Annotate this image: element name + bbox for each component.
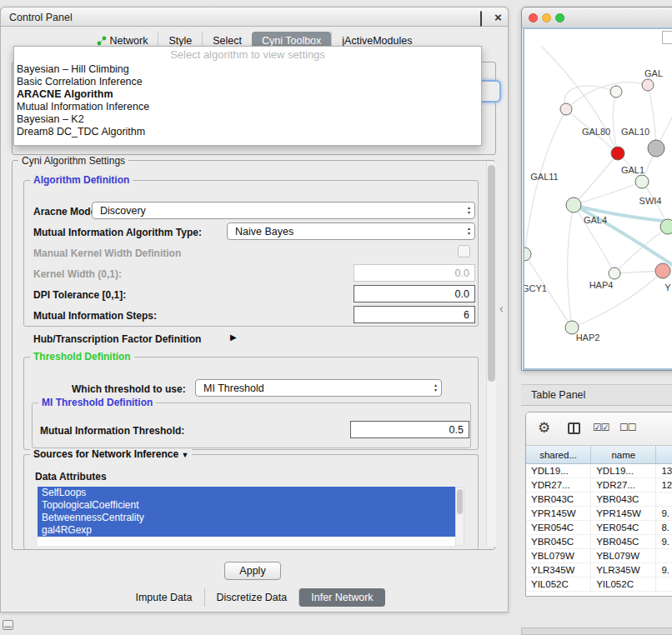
kernel-width-label: Kernel Width (0,1): (33, 268, 122, 280)
columns-icon[interactable] (568, 422, 580, 434)
sources-title[interactable]: Sources for Network Inference ▼ (30, 448, 192, 460)
attribute-list-item[interactable]: gal4RGexp (38, 524, 455, 537)
screen: Control Panel × Network Style Select Cyn… (0, 0, 672, 635)
deselect-all-icon[interactable]: ☐☐ (619, 422, 636, 433)
table-row[interactable]: YPR145WYPR145W9. (526, 507, 672, 521)
dpi-tolerance-field[interactable]: 0.0 (354, 285, 475, 302)
control-panel-title: Control Panel (9, 12, 73, 23)
threshold-definition-title: Threshold Definition (30, 351, 134, 362)
collapse-arrow-icon[interactable]: ▼ (181, 451, 188, 459)
select-all-icon[interactable]: ☑☑ (593, 422, 609, 433)
network-node[interactable] (609, 268, 620, 279)
zoom-window-icon[interactable] (555, 13, 564, 22)
which-threshold-select[interactable]: MI Threshold ▴▾ (195, 379, 442, 397)
attributes-scrollbar-thumb[interactable] (457, 489, 463, 514)
close-panel-icon[interactable]: × (494, 12, 502, 22)
table-cell: YBR043C (591, 492, 656, 507)
tab-impute-data[interactable]: Impute Data (123, 588, 203, 607)
network-node[interactable] (655, 263, 670, 278)
network-node-label: GAL1 (621, 165, 644, 175)
dpi-tolerance-label: DPI Tolerance [0,1]: (33, 289, 126, 301)
table-column-header[interactable]: shared... (526, 446, 591, 464)
mi-type-select[interactable]: Naive Bayes ▴▾ (227, 222, 475, 240)
tab-network-label: Network (110, 35, 148, 47)
table-row[interactable]: YBR043CYBR043C (526, 492, 672, 507)
algorithm-option[interactable]: Bayesian – Hill Climbing (14, 63, 481, 76)
table-cell: YBR045C (591, 535, 656, 549)
control-panel-titlebar[interactable]: Control Panel × (0, 7, 509, 27)
network-canvas[interactable]: GALGAL80GAL10GAL11GAL1SWI4GAL4GCY1HAP4HA… (523, 28, 672, 370)
network-node[interactable] (660, 219, 672, 234)
attribute-list-item[interactable]: TopologicalCoefficient (38, 499, 455, 512)
table-cell: 9. (656, 507, 672, 521)
tab-infer-network[interactable]: Infer Network (298, 588, 384, 607)
mi-steps-label: Mutual Information Steps: (33, 310, 157, 322)
network-node[interactable] (611, 147, 624, 160)
apply-button[interactable]: Apply (224, 562, 281, 580)
network-node[interactable] (610, 86, 622, 98)
algorithm-definition-title: Algorithm Definition (30, 174, 133, 186)
table-cell: YBR043C (526, 492, 591, 507)
algorithm-option[interactable]: ARACNE Algorithm (14, 88, 481, 101)
algorithm-option[interactable]: Basic Correlation Inference (14, 76, 481, 88)
mi-threshold-field[interactable]: 0.5 (350, 421, 469, 438)
algorithm-option[interactable]: Dream8 DC_TDC Algorithm (14, 126, 481, 138)
data-attributes-list[interactable]: SelfLoopsTopologicalCoefficientBetweenne… (38, 487, 455, 546)
attribute-list-item[interactable]: BetweennessCentrality (38, 512, 455, 524)
hub-section-label[interactable]: Hub/Transcription Factor Definition (33, 333, 201, 345)
network-edge (564, 86, 616, 109)
network-node[interactable] (524, 248, 531, 261)
table-row[interactable]: YBR045CYBR045C9. (526, 535, 672, 549)
table-panel-bar[interactable]: Table Panel (521, 384, 672, 406)
table-cell (656, 492, 672, 507)
table-cell: YBL079W (591, 549, 656, 563)
network-node[interactable] (642, 79, 654, 91)
table-column-header[interactable]: name (591, 446, 656, 464)
attribute-list-item[interactable]: SelfLoops (38, 487, 455, 499)
float-panel-icon[interactable] (480, 12, 482, 27)
bottom-panel-edge (521, 628, 672, 635)
table-cell (656, 578, 672, 592)
kernel-width-field[interactable]: 0.0 (354, 264, 475, 282)
minimize-window-icon[interactable] (542, 13, 551, 22)
mi-steps-field[interactable]: 6 (354, 306, 475, 323)
attributes-scrollbar[interactable] (455, 487, 464, 546)
table-row[interactable]: YLR345WYLR345W9. (526, 563, 672, 578)
combo-arrows-icon: ▴▾ (434, 382, 437, 392)
table-cell: 12 (656, 478, 672, 492)
docked-panel-icon[interactable] (3, 620, 13, 630)
tab-discretize-data[interactable]: Discretize Data (204, 588, 299, 607)
network-node[interactable] (635, 175, 649, 188)
algorithm-dropdown-popup: Select algorithm to view settings Bayesi… (13, 46, 482, 146)
table-cell: 9. (656, 563, 672, 578)
table-row[interactable]: YDR27...YDR27...12 (526, 478, 672, 492)
algorithm-option-list: Bayesian – Hill ClimbingBasic Correlatio… (14, 63, 481, 138)
gear-icon[interactable]: ⚙ (538, 419, 550, 437)
table-cell: YLR345W (591, 563, 656, 578)
table-cell: YBR045C (526, 535, 591, 549)
mi-type-label: Mutual Information Algorithm Type: (33, 227, 202, 238)
algorithm-option[interactable]: Mutual Information Inference (14, 101, 481, 113)
table-row[interactable]: YIL052CYIL052C (526, 578, 672, 592)
table-cell: YLR345W (526, 563, 591, 578)
settings-scrollbar-thumb[interactable] (488, 165, 495, 382)
which-threshold-value: MI Threshold (203, 382, 264, 394)
expand-arrow-icon[interactable]: ▶ (230, 332, 237, 342)
table-column-header[interactable] (656, 446, 672, 464)
network-node[interactable] (648, 140, 664, 157)
settings-scrollbar[interactable] (486, 162, 496, 547)
network-node[interactable] (560, 103, 572, 115)
manual-kernel-checkbox[interactable] (458, 245, 470, 258)
table-row[interactable]: YBL079WYBL079W (526, 549, 672, 563)
table-cell: YBL079W (526, 549, 591, 563)
close-window-icon[interactable] (529, 13, 538, 22)
splitter-collapse-icon[interactable]: ‹ (499, 302, 504, 315)
network-node[interactable] (566, 198, 581, 212)
network-corner-widget[interactable] (662, 31, 672, 44)
mi-type-value: Naive Bayes (235, 226, 293, 238)
table-row[interactable]: YER054CYER054C8. (526, 521, 672, 535)
table-row[interactable]: YDL19...YDL19...13 (526, 464, 672, 478)
aracne-mode-select[interactable]: Discovery ▴▾ (92, 202, 475, 219)
network-window-titlebar[interactable] (522, 8, 672, 28)
algorithm-option[interactable]: Bayesian – K2 (14, 113, 481, 126)
